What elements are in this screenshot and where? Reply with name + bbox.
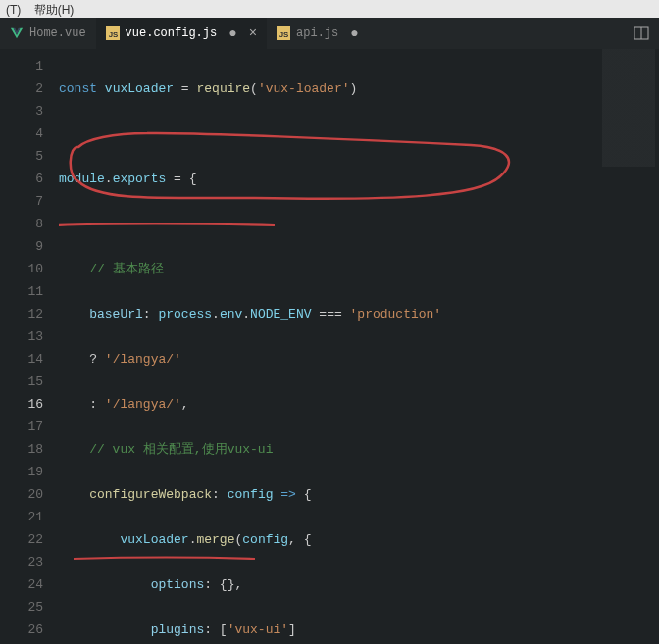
menu-item-help[interactable]: 帮助(H) xyxy=(34,3,75,17)
vue-icon xyxy=(10,26,24,40)
tab-bar: Home.vue JS vue.config.js ● × JS api.js … xyxy=(0,18,659,49)
split-editor-icon[interactable] xyxy=(634,25,649,45)
tab-label: vue.config.js xyxy=(126,26,218,40)
tab-home-vue[interactable]: Home.vue xyxy=(0,18,96,49)
menu-item[interactable]: (T) xyxy=(6,3,21,17)
menu-bar[interactable]: (T) 帮助(H) xyxy=(0,0,659,18)
tab-api-js[interactable]: JS api.js ● xyxy=(267,18,369,49)
code-content[interactable]: const vuxLoader = require('vux-loader') … xyxy=(59,49,484,644)
tab-label: Home.vue xyxy=(29,26,86,40)
tab-vue-config[interactable]: JS vue.config.js ● × xyxy=(96,18,267,49)
minimap[interactable] xyxy=(602,49,655,167)
js-icon: JS xyxy=(106,26,120,40)
tab-label: api.js xyxy=(296,26,338,40)
dirty-indicator: ● xyxy=(228,25,236,41)
js-icon: JS xyxy=(277,26,290,40)
svg-text:JS: JS xyxy=(108,30,118,39)
editor-area[interactable]: 1 2 3 4 5 6 7 8 9 10 11 12 13 14 15 16 1… xyxy=(0,49,659,644)
close-icon[interactable]: × xyxy=(249,25,257,41)
svg-text:JS: JS xyxy=(279,30,289,39)
line-number-gutter: 1 2 3 4 5 6 7 8 9 10 11 12 13 14 15 16 1… xyxy=(0,49,59,644)
dirty-indicator: ● xyxy=(350,25,358,41)
